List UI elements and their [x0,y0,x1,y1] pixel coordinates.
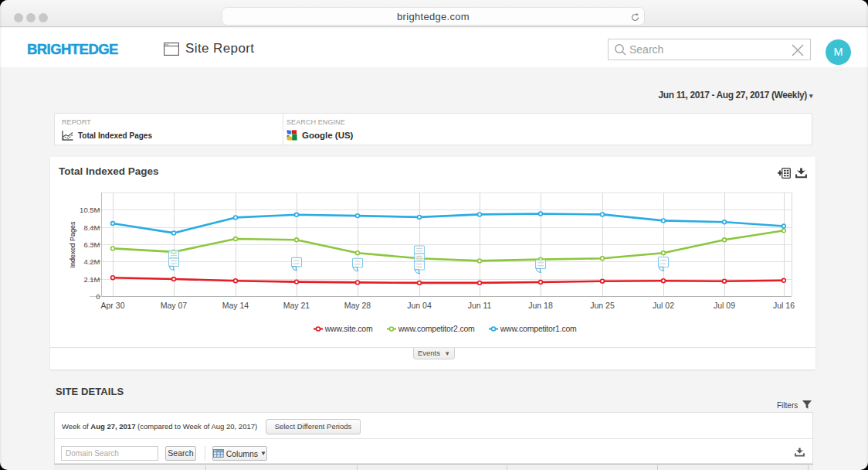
svg-text:Jun 18: Jun 18 [528,301,553,310]
svg-text:May 21: May 21 [283,301,310,310]
svg-text:0: 0 [96,292,100,301]
svg-text:May 28: May 28 [344,301,371,310]
svg-text:Jul 16: Jul 16 [773,301,795,310]
svg-text:May 07: May 07 [161,301,188,310]
svg-text:Jul 02: Jul 02 [653,301,674,310]
svg-text:10.5M: 10.5M [80,206,100,214]
svg-text:Jun 25: Jun 25 [590,301,615,310]
svg-text:6.3M: 6.3M [83,240,100,249]
svg-text:8.4M: 8.4M [83,223,100,232]
svg-text:Jun 04: Jun 04 [407,301,432,310]
svg-text:Apr 30: Apr 30 [101,301,125,310]
svg-text:4.2M: 4.2M [83,257,100,266]
svg-text:Jul 09: Jul 09 [714,301,735,310]
svg-text:Jun 11: Jun 11 [468,301,492,310]
svg-text:2.1M: 2.1M [83,275,100,284]
svg-text:Indexed Pages: Indexed Pages [69,221,76,268]
svg-text:May 14: May 14 [222,301,249,310]
